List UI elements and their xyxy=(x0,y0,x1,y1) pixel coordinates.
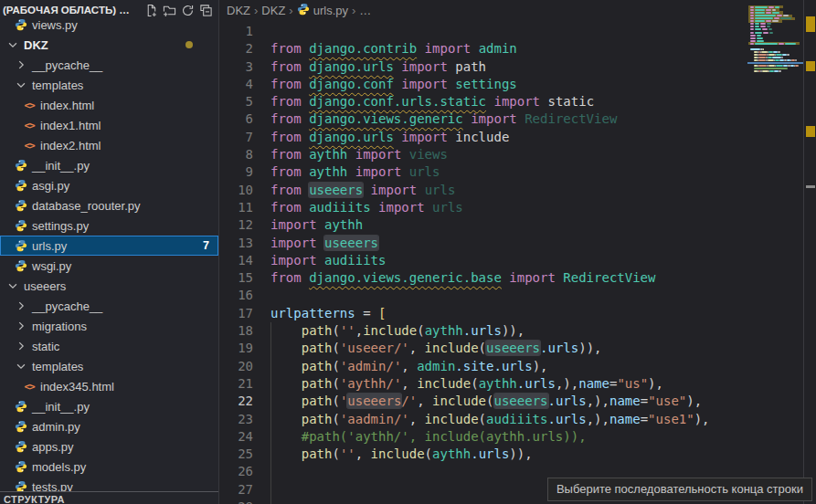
minimap[interactable] xyxy=(747,0,803,504)
line-number[interactable]: 5 xyxy=(220,93,253,110)
line-number[interactable]: 2 xyxy=(220,40,253,58)
line-number[interactable]: 15 xyxy=(220,269,253,287)
tree-item-models-py[interactable]: models.py xyxy=(0,457,218,477)
line-text: import audiiits xyxy=(270,252,386,269)
line-number[interactable]: 4 xyxy=(220,76,253,93)
breadcrumb-item-folder[interactable]: DKZ xyxy=(227,4,250,17)
tree-item-label: index2.html xyxy=(40,139,101,152)
code-line-9[interactable]: 9from aythh import urls xyxy=(220,163,747,181)
tree-item-label: settings.py xyxy=(32,219,89,233)
python-file-icon xyxy=(14,439,28,454)
chevron-down-icon xyxy=(5,37,20,52)
line-number[interactable]: 17 xyxy=(220,305,253,322)
tree-item--init-py[interactable]: __init__.py xyxy=(0,155,218,175)
line-number[interactable]: 28 xyxy=(220,499,253,504)
tree-item-label: templates xyxy=(32,79,83,92)
line-number[interactable]: 20 xyxy=(220,358,253,375)
code-line-2[interactable]: 2from django.contrib import admin xyxy=(220,40,747,58)
code-line-18[interactable]: 18 path('',include(aythh.urls)), xyxy=(220,322,747,340)
tree-item-migrations[interactable]: migrations xyxy=(0,316,218,336)
outline-section-header[interactable]: СТРУКТУРА xyxy=(0,491,218,504)
line-number[interactable]: 8 xyxy=(220,146,253,163)
code-line-23[interactable]: 23 path('aadmin/', include(audiiits.urls… xyxy=(220,411,747,428)
tree-item--pycache-[interactable]: __pycache__ xyxy=(0,296,218,316)
line-number[interactable]: 7 xyxy=(220,129,253,146)
line-number[interactable]: 13 xyxy=(220,235,253,252)
line-number[interactable]: 24 xyxy=(220,428,253,446)
tree-item-label: asgi.py xyxy=(32,179,69,193)
code-line-5[interactable]: 5from django.conf.urls.static import sta… xyxy=(220,93,747,110)
tree-item-settings-py[interactable]: settings.py xyxy=(0,215,218,236)
line-number[interactable]: 22 xyxy=(220,393,253,410)
tree-item-static[interactable]: static xyxy=(0,336,218,356)
line-text: from django.conf.urls.static import stat… xyxy=(270,93,594,110)
code-line-22[interactable]: 22 path('useeers/', include(useeers.urls… xyxy=(220,393,747,410)
tree-item-apps-py[interactable]: apps.py xyxy=(0,436,218,457)
code-line-8[interactable]: 8from aythh import views xyxy=(220,146,747,163)
tree-item-index2-html[interactable]: <>index2.html xyxy=(0,135,218,155)
line-number[interactable]: 23 xyxy=(220,411,253,428)
html-file-icon: <> xyxy=(22,98,37,112)
tree-item-label: index.html xyxy=(40,99,94,112)
line-number[interactable]: 21 xyxy=(220,375,253,393)
code-line-16[interactable]: 16 xyxy=(220,287,747,304)
code-line-25[interactable]: 25 path('', include(aythh.urls)), xyxy=(220,446,747,463)
code-line-11[interactable]: 11from audiiits import urls xyxy=(220,199,747,216)
code-line-17[interactable]: 17urlpatterns = [ xyxy=(220,305,747,322)
line-number[interactable]: 18 xyxy=(220,322,253,340)
tree-item-views-py[interactable]: views.py xyxy=(0,15,218,35)
line-number[interactable]: 27 xyxy=(220,481,253,499)
chevron-down-icon xyxy=(14,78,28,92)
tree-item-index345-html[interactable]: <>index345.html xyxy=(0,376,218,396)
line-number[interactable]: 25 xyxy=(220,446,253,463)
code-line-6[interactable]: 6from django.views.generic import Redire… xyxy=(220,110,747,128)
python-file-icon xyxy=(14,17,28,32)
line-number[interactable]: 9 xyxy=(220,163,253,181)
line-number[interactable]: 16 xyxy=(220,287,253,304)
tree-item-label: index345.html xyxy=(40,380,114,394)
line-text: from useeers import urls xyxy=(270,182,455,199)
tree-item-useeers[interactable]: useeers xyxy=(0,276,218,296)
tree-item-database-roouter-py[interactable]: database_roouter.py xyxy=(0,195,218,215)
line-number[interactable]: 19 xyxy=(220,340,253,357)
tree-item-dkz[interactable]: DKZ xyxy=(0,35,218,55)
tree-item-index-html[interactable]: <>index.html xyxy=(0,95,218,115)
code-line-24[interactable]: 24 #path('aythh/', include(aythh.urls)), xyxy=(220,428,747,446)
chevron-down-icon xyxy=(14,359,28,373)
code-line-15[interactable]: 15from django.views.generic.base import … xyxy=(220,269,747,287)
tree-item-asgi-py[interactable]: asgi.py xyxy=(0,175,218,195)
line-number[interactable]: 11 xyxy=(220,199,253,216)
code-line-1[interactable]: 1 xyxy=(220,23,747,40)
tree-item-label: static xyxy=(32,340,59,353)
code-line-12[interactable]: 12import aythh xyxy=(220,216,747,234)
tree-item-templates[interactable]: templates xyxy=(0,356,218,376)
code-line-10[interactable]: 10from useeers import urls xyxy=(220,182,747,199)
code-area[interactable]: 12from django.contrib import admin3from … xyxy=(220,20,747,504)
line-number[interactable]: 14 xyxy=(220,252,253,269)
code-line-7[interactable]: 7from django.urls import include xyxy=(220,129,747,146)
tree-item-admin-py[interactable]: admin.py xyxy=(0,416,218,436)
code-line-13[interactable]: 13import useeers xyxy=(220,235,747,252)
line-number[interactable]: 10 xyxy=(220,182,253,199)
breadcrumb-item-folder[interactable]: DKZ xyxy=(261,4,285,17)
code-line-4[interactable]: 4from django.conf import settings xyxy=(220,76,747,93)
line-number[interactable]: 26 xyxy=(220,463,253,480)
tree-item-urls-py[interactable]: urls.py7 xyxy=(0,236,218,256)
code-line-19[interactable]: 19 path('useeer/', include(useeers.urls)… xyxy=(220,340,747,357)
tree-item--init-py[interactable]: __init__.py xyxy=(0,396,218,416)
tree-item-templates[interactable]: templates xyxy=(0,75,218,95)
code-line-20[interactable]: 20 path('admin/', admin.site.urls), xyxy=(220,358,747,375)
tree-item-wsgi-py[interactable]: wsgi.py xyxy=(0,256,218,276)
breadcrumb-item-symbol[interactable]: … xyxy=(359,4,371,17)
line-number[interactable]: 1 xyxy=(220,23,253,40)
line-number[interactable]: 3 xyxy=(220,58,253,76)
tree-item-index1-html[interactable]: <>index1.html xyxy=(0,115,218,135)
code-line-3[interactable]: 3from django.urls import path xyxy=(220,58,747,76)
code-line-21[interactable]: 21 path('aythh/', include(aythh.urls,),n… xyxy=(220,375,747,393)
line-text: from aythh import views xyxy=(270,146,448,163)
breadcrumb-item-file[interactable]: urls.py xyxy=(297,3,348,18)
line-number[interactable]: 12 xyxy=(220,216,253,234)
code-line-14[interactable]: 14import audiiits xyxy=(220,252,747,269)
tree-item--pycache-[interactable]: __pycache__ xyxy=(0,55,218,75)
line-number[interactable]: 6 xyxy=(220,110,253,128)
